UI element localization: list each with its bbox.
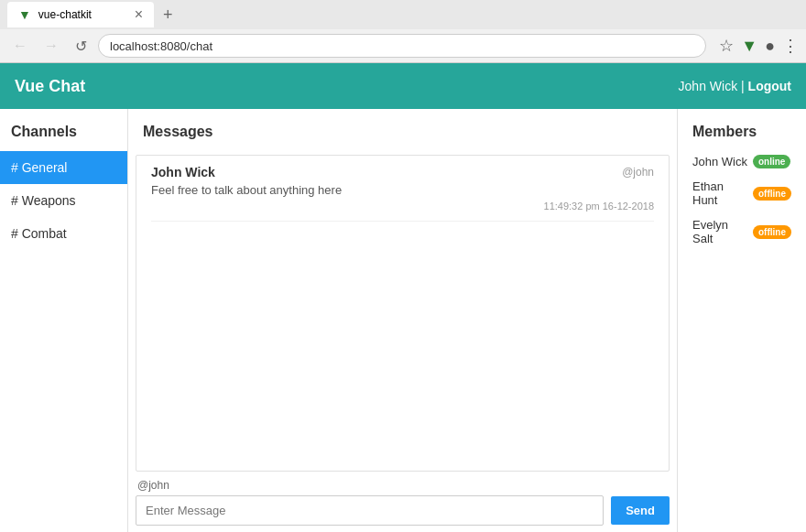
members-sidebar: Members John Wick online Ethan Hunt offl… — [678, 109, 806, 532]
member-item-ethan: Ethan Hunt offline — [692, 179, 791, 207]
member-name-john: John Wick — [692, 155, 747, 168]
browser-chrome: ▼ vue-chatkit × + ← → ↺ localhost:8080/c… — [0, 0, 806, 63]
members-title: Members — [692, 124, 791, 140]
header-separator: | — [741, 79, 748, 93]
member-item-evelyn: Evelyn Salt offline — [692, 218, 791, 245]
channel-item-general[interactable]: # General — [0, 151, 127, 184]
messages-list[interactable]: John Wick @john Feel free to talk about … — [136, 155, 670, 472]
new-tab-button[interactable]: + — [158, 5, 179, 25]
address-bar[interactable]: localhost:8080/chat — [98, 34, 706, 58]
member-name-evelyn: Evelyn Salt — [692, 218, 747, 245]
member-status-john: online — [753, 155, 790, 168]
tab-title: vue-chatkit — [38, 8, 127, 21]
member-status-ethan: offline — [753, 187, 791, 201]
message-author: John Wick — [151, 165, 215, 179]
message-time: 11:49:32 pm 16-12-2018 — [151, 201, 654, 212]
member-status-evelyn: offline — [753, 225, 791, 239]
member-name-ethan: Ethan Hunt — [692, 179, 747, 207]
messages-area: Messages John Wick @john Feel free to ta… — [128, 109, 678, 532]
browser-tab[interactable]: ▼ vue-chatkit × — [7, 2, 154, 27]
account-icon[interactable]: ● — [765, 37, 775, 56]
message-input[interactable] — [136, 495, 604, 526]
member-item-john: John Wick online — [692, 155, 791, 168]
app-body: Channels # General # Weapons # Combat Me… — [0, 109, 806, 532]
back-button[interactable]: ← — [7, 36, 33, 56]
tab-close-icon[interactable]: × — [135, 7, 143, 22]
header-username: John Wick — [679, 79, 738, 93]
send-button[interactable]: Send — [611, 496, 670, 525]
brand-icon: ▼ — [741, 37, 757, 56]
browser-nav-icons: ☆ ▼ ● ⋮ — [719, 36, 799, 56]
message-username: @john — [136, 479, 670, 492]
address-text: localhost:8080/chat — [110, 39, 694, 53]
tab-favicon-icon: ▼ — [18, 7, 31, 22]
messages-title: Messages — [128, 109, 677, 155]
channels-title: Channels — [0, 124, 127, 151]
channel-item-combat[interactable]: # Combat — [0, 217, 127, 250]
bookmark-icon[interactable]: ☆ — [719, 36, 734, 56]
header-user-area: John Wick | Logout — [679, 79, 791, 93]
message-item: John Wick @john Feel free to talk about … — [151, 156, 654, 222]
channel-item-weapons[interactable]: # Weapons — [0, 184, 127, 217]
message-handle: @john — [622, 166, 654, 179]
app-header: Vue Chat John Wick | Logout — [0, 63, 806, 109]
message-text: Feel free to talk about anything here — [151, 183, 654, 197]
channels-sidebar: Channels # General # Weapons # Combat — [0, 109, 128, 532]
message-input-area: @john Send — [128, 472, 677, 532]
refresh-button[interactable]: ↺ — [70, 36, 93, 57]
browser-tabs: ▼ vue-chatkit × + — [0, 0, 806, 29]
more-icon[interactable]: ⋮ — [782, 36, 799, 56]
logout-button[interactable]: Logout — [748, 79, 791, 93]
app-title: Vue Chat — [15, 77, 85, 96]
message-header: John Wick @john — [151, 165, 654, 179]
forward-button[interactable]: → — [38, 36, 64, 56]
message-input-row: Send — [136, 495, 670, 526]
browser-nav: ← → ↺ localhost:8080/chat ☆ ▼ ● ⋮ — [0, 29, 806, 62]
